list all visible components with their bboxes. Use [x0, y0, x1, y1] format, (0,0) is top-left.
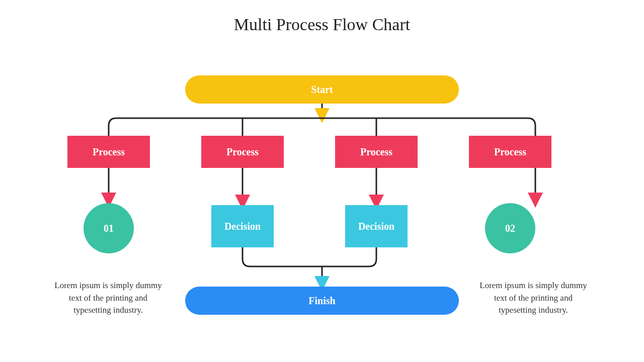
circle-01: 01 [84, 203, 134, 253]
process-4: Process [469, 136, 551, 168]
process-3: Process [335, 136, 418, 168]
circle-02: 02 [485, 203, 535, 253]
process-1: Process [67, 136, 150, 168]
process-2: Process [201, 136, 284, 168]
finish-node: Finish [185, 287, 459, 315]
flowchart-stage: Multi Process Flow Chart [0, 0, 644, 362]
page-title: Multi Process Flow Chart [0, 15, 644, 34]
decision-2: Decision [345, 205, 408, 247]
start-node: Start [185, 75, 459, 104]
caption-left: Lorem ipsum is simply dummy text of the … [50, 280, 166, 317]
decision-1: Decision [211, 205, 274, 247]
caption-right: Lorem ipsum is simply dummy text of the … [475, 280, 591, 317]
